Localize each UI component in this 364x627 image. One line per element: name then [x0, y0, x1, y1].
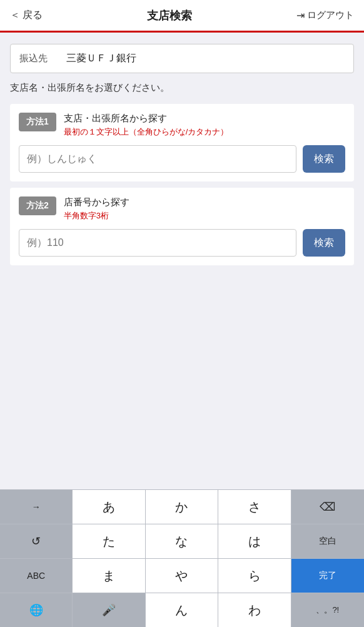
header: ＜ 戻る 支店検索 ⇥ ログアウト — [0, 0, 364, 33]
method1-header: 方法1 支店・出張所名から探す 最初の１文字以上（全角ひらがな/カタカナ） — [19, 113, 345, 138]
key-ra[interactable]: ら — [218, 559, 291, 593]
main-content: 振込先 三菱ＵＦＪ銀行 支店名・出張所名をお選びください。 方法1 支店・出張所… — [0, 44, 364, 265]
keyboard-row-4: 🌐 🎤 ん わ 、。?! — [0, 593, 364, 627]
key-ha[interactable]: は — [218, 524, 291, 558]
key-arrow[interactable]: → — [0, 490, 73, 524]
key-wa[interactable]: わ — [218, 593, 291, 627]
key-a[interactable]: あ — [73, 490, 145, 524]
transfer-value: 三菱ＵＦＪ銀行 — [66, 52, 136, 65]
method2-search-input[interactable] — [19, 229, 296, 257]
keyboard: → あ か さ ⌫ ↺ た な は 空白 ABC ま や ら 完了 🌐 🎤 ん … — [0, 489, 364, 627]
transfer-destination: 振込先 三菱ＵＦＪ銀行 — [10, 44, 354, 73]
key-mic[interactable]: 🎤 — [73, 593, 145, 627]
keyboard-rows: → あ か さ ⌫ ↺ た な は 空白 ABC ま や ら 完了 🌐 🎤 ん … — [0, 489, 364, 627]
logout-label: ログアウト — [307, 9, 354, 21]
key-undo[interactable]: ↺ — [0, 524, 73, 558]
method2-badge: 方法2 — [19, 196, 56, 215]
key-backspace[interactable]: ⌫ — [291, 490, 364, 524]
key-punctuation[interactable]: 、。?! — [291, 593, 364, 627]
method1-badge: 方法1 — [19, 113, 56, 131]
logout-icon: ⇥ — [296, 9, 305, 21]
back-label: 戻る — [23, 9, 43, 22]
key-ka[interactable]: か — [146, 490, 218, 524]
page-title: 支店検索 — [147, 8, 192, 23]
keyboard-row-1: → あ か さ ⌫ — [0, 489, 364, 524]
method2-text: 店番号から探す 半角数字3桁 — [64, 196, 129, 222]
method2-block: 方法2 店番号から探す 半角数字3桁 検索 — [10, 188, 354, 265]
method1-block: 方法1 支店・出張所名から探す 最初の１文字以上（全角ひらがな/カタカナ） 検索 — [10, 104, 354, 181]
key-n[interactable]: ん — [146, 593, 218, 627]
keyboard-row-3: ABC ま や ら 完了 — [0, 558, 364, 593]
key-ya[interactable]: や — [146, 559, 218, 593]
method2-title: 店番号から探す — [64, 196, 129, 208]
method2-subtitle: 半角数字3桁 — [64, 210, 129, 222]
method1-search-button[interactable]: 検索 — [303, 145, 345, 173]
key-space[interactable]: 空白 — [291, 524, 364, 558]
method1-search-row: 検索 — [19, 145, 345, 173]
method2-search-row: 検索 — [19, 229, 345, 257]
back-chevron-icon: ＜ — [10, 9, 20, 22]
back-button[interactable]: ＜ 戻る — [10, 9, 43, 22]
method1-search-input[interactable] — [19, 145, 296, 173]
key-sa[interactable]: さ — [218, 490, 291, 524]
keyboard-row-2: ↺ た な は 空白 — [0, 524, 364, 558]
instruction-text: 支店名・出張所名をお選びください。 — [0, 73, 364, 98]
method1-title: 支店・出張所名から探す — [64, 113, 229, 125]
method2-header: 方法2 店番号から探す 半角数字3桁 — [19, 196, 345, 222]
key-ta[interactable]: た — [73, 524, 145, 558]
logout-button[interactable]: ⇥ ログアウト — [296, 9, 354, 21]
key-na[interactable]: な — [146, 524, 218, 558]
transfer-label: 振込先 — [19, 53, 48, 64]
key-globe[interactable]: 🌐 — [0, 593, 73, 627]
method1-subtitle: 最初の１文字以上（全角ひらがな/カタカナ） — [64, 126, 229, 138]
method2-search-button[interactable]: 検索 — [303, 229, 345, 257]
key-ma[interactable]: ま — [73, 559, 145, 593]
key-done[interactable]: 完了 — [291, 559, 364, 593]
method1-text: 支店・出張所名から探す 最初の１文字以上（全角ひらがな/カタカナ） — [64, 113, 229, 138]
key-abc[interactable]: ABC — [0, 559, 73, 593]
